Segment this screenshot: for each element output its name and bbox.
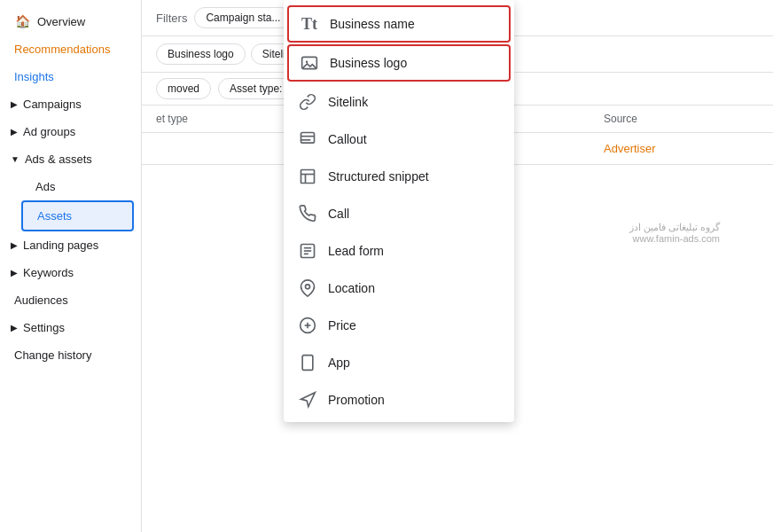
svg-rect-16 — [302, 356, 313, 371]
snippet-icon — [298, 167, 317, 186]
sidebar-item-landing-pages[interactable]: ▶ Landing pages — [0, 231, 141, 259]
sidebar-item-change-history[interactable]: Change history — [0, 341, 134, 369]
price-icon — [298, 316, 317, 335]
col-type: et type — [142, 106, 280, 133]
sidebar-item-insights[interactable]: Insights — [0, 63, 134, 90]
svg-rect-5 — [301, 170, 315, 184]
sidebar-item-recommendations[interactable]: Recommendations — [0, 35, 134, 63]
sidebar-item-overview[interactable]: 🏠 Overview — [0, 7, 134, 35]
sidebar-item-audiences[interactable]: Audiences — [0, 286, 134, 314]
sidebar-item-assets[interactable]: Assets — [21, 200, 134, 231]
chevron-right-icon: ▶ — [11, 99, 18, 109]
svg-rect-2 — [301, 133, 315, 144]
callout-icon — [298, 129, 317, 149]
svg-point-1 — [306, 61, 308, 64]
location-icon — [298, 278, 317, 298]
chevron-right-icon: ▶ — [11, 268, 18, 278]
dropdown-item-promotion[interactable]: Promotion — [284, 381, 514, 419]
image-icon — [300, 53, 319, 73]
dropdown-item-business-logo[interactable]: Business logo — [287, 44, 511, 82]
asset-type-dropdown: Tt Business name Business logo Sitelink … — [284, 0, 514, 422]
sidebar: 🏠 Overview Recommendations Insights ▶ Ca… — [0, 0, 142, 532]
moved-chip[interactable]: moved — [156, 78, 211, 99]
filters-label: Filters — [156, 12, 187, 25]
text-format-icon: Tt — [300, 14, 319, 34]
app-icon — [298, 353, 317, 372]
dropdown-item-price[interactable]: Price — [284, 307, 514, 344]
chevron-right-icon: ▶ — [11, 240, 18, 250]
chevron-right-icon: ▶ — [11, 127, 18, 137]
col-source: Source — [590, 106, 773, 133]
dropdown-item-lead-form[interactable]: Lead form — [284, 232, 514, 270]
cell-type — [142, 133, 280, 165]
dropdown-item-app[interactable]: App — [284, 344, 514, 381]
sidebar-item-ad-groups[interactable]: ▶ Ad groups — [0, 118, 141, 145]
asset-chip-business-logo[interactable]: Business logo — [156, 43, 246, 65]
svg-point-12 — [306, 285, 310, 289]
dropdown-item-business-name[interactable]: Tt Business name — [287, 5, 511, 43]
dropdown-item-location[interactable]: Location — [284, 270, 514, 307]
promotion-icon — [298, 390, 317, 410]
sidebar-item-settings[interactable]: ▶ Settings — [0, 314, 141, 341]
dropdown-item-structured-snippet[interactable]: Structured snippet — [284, 158, 514, 195]
dropdown-item-call[interactable]: Call — [284, 195, 514, 232]
sidebar-item-campaigns[interactable]: ▶ Campaigns — [0, 90, 141, 118]
sidebar-item-keywords[interactable]: ▶ Keywords — [0, 259, 141, 286]
phone-icon — [298, 204, 317, 223]
link-icon — [298, 92, 317, 112]
home-icon: 🏠 — [14, 14, 30, 28]
dropdown-item-sitelink[interactable]: Sitelink — [284, 83, 514, 121]
sidebar-item-ads-assets[interactable]: ▼ Ads & assets — [0, 145, 141, 173]
chevron-right-icon: ▶ — [11, 323, 18, 332]
cell-source: Advertiser — [590, 133, 773, 165]
campaign-status-chip[interactable]: Campaign sta... — [194, 7, 292, 28]
sidebar-item-ads[interactable]: Ads — [21, 173, 134, 200]
main-content: Filters Campaign sta... Business logo Si… — [142, 0, 773, 532]
dropdown-item-callout[interactable]: Callout — [284, 121, 514, 158]
sidebar-sub-ads: Ads Assets — [0, 173, 141, 231]
chevron-down-icon: ▼ — [11, 154, 20, 164]
lead-form-icon — [298, 241, 317, 261]
